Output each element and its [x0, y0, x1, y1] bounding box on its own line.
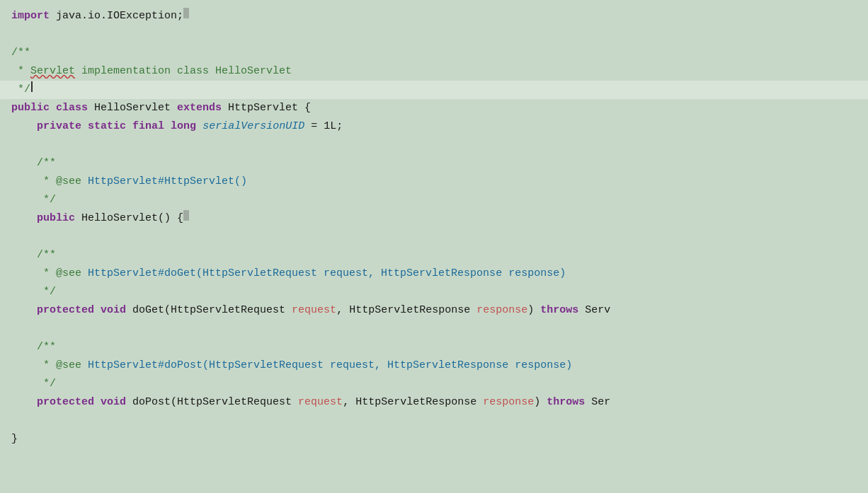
code-line-22: protected void doPost(HttpServletRequest…	[0, 393, 868, 412]
text-cursor	[31, 81, 33, 92]
code-line-20: * @see HttpServlet#doPost(HttpServletReq…	[0, 356, 868, 375]
code-line-10: * @see HttpServlet#HttpServlet()	[0, 173, 868, 191]
code-line-23	[0, 412, 868, 430]
code-line-7: private static final long serialVersionU…	[0, 117, 868, 136]
code-line-11: */	[0, 191, 868, 209]
code-line-8	[0, 136, 868, 154]
code-line-12: public HelloServlet() {	[0, 209, 868, 228]
code-line-13	[0, 228, 868, 246]
code-line-3: /**	[0, 44, 868, 62]
code-line-6: public class HelloServlet extends HttpSe…	[0, 99, 868, 117]
code-line-5: */	[0, 81, 868, 99]
code-line-17: protected void doGet(HttpServletRequest …	[0, 301, 868, 320]
code-line-2	[0, 25, 868, 44]
code-line-18	[0, 320, 868, 338]
code-line-21: */	[0, 375, 868, 393]
code-line-24: }	[0, 430, 868, 448]
code-line-16: */	[0, 283, 868, 301]
end-of-line-cursor	[183, 8, 189, 18]
code-editor[interactable]: import java.io.IOException; /** * Servle…	[0, 0, 868, 493]
code-line-19: /**	[0, 338, 868, 356]
code-line-9: /**	[0, 154, 868, 173]
code-line-4: * Servlet implementation class HelloServ…	[0, 62, 868, 81]
code-line-1: import java.io.IOException;	[0, 7, 868, 25]
inline-cursor	[183, 210, 189, 221]
keyword-import: import	[11, 8, 50, 25]
code-line-14: /**	[0, 246, 868, 265]
code-line-15: * @see HttpServlet#doGet(HttpServletRequ…	[0, 265, 868, 283]
